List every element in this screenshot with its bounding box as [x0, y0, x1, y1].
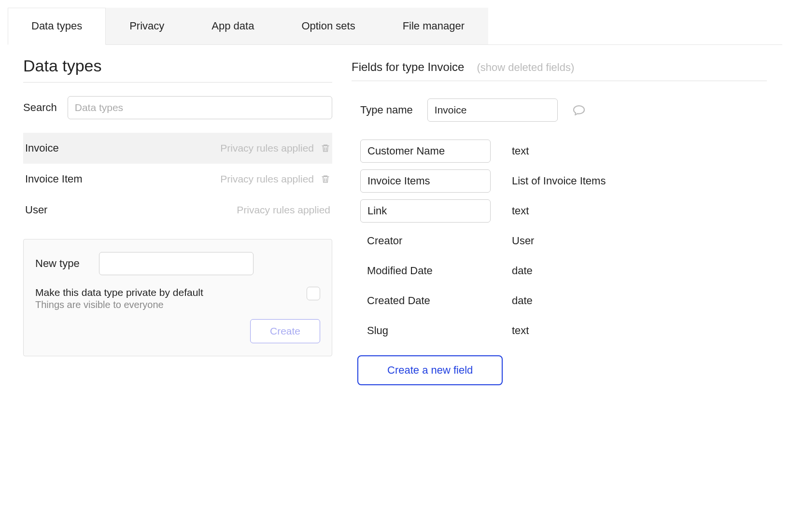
field-type: List of Invoice Items: [512, 175, 606, 187]
privacy-note: Privacy rules applied: [220, 142, 314, 154]
privacy-note: Privacy rules applied: [220, 173, 314, 185]
field-row: Customer Name text: [352, 136, 767, 166]
data-type-row[interactable]: Invoice Item Privacy rules applied: [23, 164, 332, 195]
field-type: text: [512, 324, 529, 337]
field-type: User: [512, 235, 534, 247]
type-name-label: Type name: [360, 104, 413, 116]
field-name-input[interactable]: Link: [360, 199, 491, 223]
new-type-label: New type: [35, 257, 80, 270]
fields-list: Customer Name text Invoice Items List of…: [352, 136, 767, 346]
field-type: date: [512, 294, 533, 307]
field-type: text: [512, 145, 529, 157]
data-type-row[interactable]: Invoice Privacy rules applied: [23, 133, 332, 164]
create-type-button[interactable]: Create: [250, 319, 320, 343]
show-deleted-fields[interactable]: (show deleted fields): [477, 61, 574, 74]
tab-data-types[interactable]: Data types: [8, 8, 106, 45]
fields-title: Fields for type Invoice: [352, 60, 464, 74]
field-row: Invoice Items List of Invoice Items: [352, 166, 767, 196]
data-type-row[interactable]: User Privacy rules applied: [23, 195, 332, 225]
comment-icon[interactable]: [572, 105, 586, 115]
search-input[interactable]: [68, 96, 332, 119]
field-name: Slug: [360, 324, 491, 337]
tabs: Data types Privacy App data Option sets …: [8, 8, 782, 45]
create-field-button[interactable]: Create a new field: [357, 355, 503, 385]
data-type-list: Invoice Privacy rules applied Invoice It…: [23, 133, 332, 225]
field-row: Creator User: [352, 226, 767, 256]
tab-app-data[interactable]: App data: [188, 8, 278, 44]
field-row: Modified Date date: [352, 256, 767, 286]
field-name: Modified Date: [360, 265, 491, 277]
privacy-note: Privacy rules applied: [237, 204, 330, 216]
field-row: Slug text: [352, 316, 767, 346]
tab-option-sets[interactable]: Option sets: [278, 8, 379, 44]
section-title-data-types: Data types: [23, 56, 332, 83]
field-name-input[interactable]: Invoice Items: [360, 169, 491, 193]
field-type: date: [512, 265, 533, 277]
private-sublabel: Things are visible to everyone: [35, 299, 203, 310]
type-name-input[interactable]: [427, 98, 558, 122]
data-type-name: Invoice: [25, 142, 59, 154]
field-type: text: [512, 205, 529, 217]
data-type-name: User: [25, 204, 47, 216]
tab-file-manager[interactable]: File manager: [379, 8, 488, 44]
field-name: Creator: [360, 235, 491, 247]
field-row: Created Date date: [352, 286, 767, 316]
new-type-panel: New type Make this data type private by …: [23, 239, 332, 356]
search-label: Search: [23, 101, 57, 114]
trash-icon[interactable]: [321, 143, 330, 154]
tab-privacy[interactable]: Privacy: [106, 8, 188, 44]
field-row: Link text: [352, 196, 767, 226]
field-name: Created Date: [360, 294, 491, 307]
data-type-name: Invoice Item: [25, 173, 83, 185]
field-name-input[interactable]: Customer Name: [360, 140, 491, 163]
private-checkbox[interactable]: [307, 287, 320, 300]
private-label: Make this data type private by default: [35, 287, 203, 298]
new-type-input[interactable]: [99, 252, 254, 275]
trash-icon[interactable]: [321, 174, 330, 184]
